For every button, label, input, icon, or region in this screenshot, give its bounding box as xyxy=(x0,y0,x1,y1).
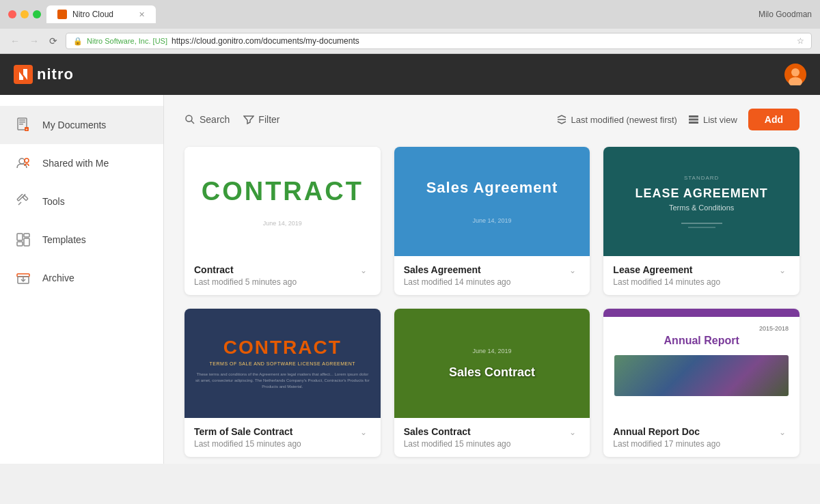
search-label: Search xyxy=(200,114,230,125)
svg-rect-7 xyxy=(19,124,23,125)
svg-point-2 xyxy=(791,68,800,76)
doc-name-term-of-sale: Term of Sale Contract xyxy=(194,426,356,437)
sales2-date-text: June 14, 2019 xyxy=(449,348,535,354)
doc-chevron-lease-agreement[interactable]: ⌄ xyxy=(775,264,790,277)
doc-card-sales-agreement[interactable]: Sales Agreement June 14, 2019 Sales Agre… xyxy=(394,147,590,295)
user-label: Milo Goodman xyxy=(758,10,812,19)
address-bar[interactable]: 🔒 Nitro Software, Inc. [US] https://clou… xyxy=(66,33,812,49)
svg-text:+: + xyxy=(26,127,28,131)
filter-icon xyxy=(243,114,254,125)
app-body: + My Documents Shared with Me xyxy=(0,95,820,464)
sidebar-item-tools[interactable]: Tools xyxy=(0,182,163,221)
sidebar-label-templates: Templates xyxy=(42,234,86,245)
refresh-button[interactable]: ⟳ xyxy=(46,34,60,48)
sales2-title-text: Sales Contract xyxy=(449,365,535,380)
svg-rect-21 xyxy=(689,115,698,117)
bookmark-icon[interactable]: ☆ xyxy=(797,36,804,46)
toolbar: Search Filter xyxy=(184,109,800,130)
svg-rect-13 xyxy=(23,195,28,201)
svg-point-10 xyxy=(19,158,25,164)
company-label: Nitro Software, Inc. [US] xyxy=(87,37,167,45)
contract2-inner: CONTRACT TERMS OF SALE AND SOFTWARE LICE… xyxy=(184,326,381,401)
search-button[interactable]: Search xyxy=(184,111,230,128)
doc-date-lease-agreement: Last modified 14 minutes ago xyxy=(613,277,775,287)
logo: nitro xyxy=(14,65,74,84)
doc-info-term-of-sale: Term of Sale Contract Last modified 15 m… xyxy=(184,418,381,457)
doc-info-sales-contract: Sales Contract Last modified 15 minutes … xyxy=(394,418,590,457)
sales-agreement-title-text: Sales Agreement xyxy=(426,179,558,197)
filter-label: Filter xyxy=(258,114,279,125)
contract2-title-text: CONTRACT xyxy=(195,337,370,359)
doc-date-annual-report: Last modified 17 minutes ago xyxy=(613,439,775,449)
security-icon: 🔒 xyxy=(73,37,83,46)
back-button[interactable]: ← xyxy=(8,34,22,48)
nitro-logo-icon xyxy=(14,65,33,84)
annual-years-text: 2015-2018 xyxy=(614,325,789,332)
svg-rect-6 xyxy=(19,122,25,123)
svg-rect-23 xyxy=(689,122,698,124)
doc-card-contract[interactable]: CONTRACT June 14, 2019 Contract Last mod… xyxy=(184,147,381,295)
maximize-button[interactable] xyxy=(33,10,41,18)
doc-info-contract: Contract Last modified 5 minutes ago ⌄ xyxy=(184,256,381,295)
doc-chevron-sales-agreement[interactable]: ⌄ xyxy=(565,264,580,277)
list-view-icon xyxy=(688,114,699,125)
sort-button[interactable]: Last modified (newest first) xyxy=(556,114,677,125)
doc-name-annual-report: Annual Report Doc xyxy=(613,426,775,437)
minimize-button[interactable] xyxy=(20,10,29,18)
browser-addressbar: ← → ⟳ 🔒 Nitro Software, Inc. [US] https:… xyxy=(0,29,820,53)
doc-card-lease-agreement[interactable]: STANDARD LEASE AGREEMENT Terms & Conditi… xyxy=(603,147,800,295)
sidebar-item-templates[interactable]: Templates xyxy=(0,221,163,259)
svg-rect-16 xyxy=(17,242,23,246)
templates-icon xyxy=(14,230,33,249)
sidebar-label-archive: Archive xyxy=(42,272,74,283)
doc-meta-sales-contract: Sales Contract Last modified 15 minutes … xyxy=(404,426,566,449)
svg-rect-17 xyxy=(24,238,29,246)
doc-chevron-annual-report[interactable]: ⌄ xyxy=(775,426,790,438)
document-icon: + xyxy=(14,115,33,135)
sidebar-label-my-documents: My Documents xyxy=(42,120,106,130)
doc-meta-sales-agreement: Sales Agreement Last modified 14 minutes… xyxy=(404,264,566,287)
toolbar-right: Last modified (newest first) List view A… xyxy=(556,109,800,130)
doc-name-contract: Contract xyxy=(194,264,356,275)
forward-button[interactable]: → xyxy=(27,34,41,48)
sidebar-item-archive[interactable]: Archive xyxy=(0,259,163,297)
doc-chevron-sales-contract[interactable]: ⌄ xyxy=(565,426,580,438)
svg-rect-14 xyxy=(17,234,23,240)
doc-date-contract: Last modified 5 minutes ago xyxy=(194,277,356,287)
doc-thumb-term-of-sale: CONTRACT TERMS OF SALE AND SOFTWARE LICE… xyxy=(184,309,381,418)
doc-card-term-of-sale[interactable]: CONTRACT TERMS OF SALE AND SOFTWARE LICE… xyxy=(184,309,381,457)
sort-icon xyxy=(556,114,567,125)
doc-meta-annual-report: Annual Report Doc Last modified 17 minut… xyxy=(613,426,775,449)
close-button[interactable] xyxy=(8,10,16,18)
user-avatar[interactable] xyxy=(784,64,806,85)
sidebar-item-shared-with-me[interactable]: Shared with Me xyxy=(0,144,163,182)
archive-icon xyxy=(14,268,33,288)
doc-card-sales-contract[interactable]: June 14, 2019 Sales Contract Sales Contr… xyxy=(394,309,590,457)
list-view-button[interactable]: List view xyxy=(688,114,737,125)
tools-icon xyxy=(14,192,33,211)
main-content: Search Filter xyxy=(164,95,820,464)
svg-rect-12 xyxy=(17,194,25,201)
add-button[interactable]: Add xyxy=(748,109,800,130)
logo-text: nitro xyxy=(37,66,74,83)
sidebar: + My Documents Shared with Me xyxy=(0,95,164,464)
doc-thumb-contract: CONTRACT June 14, 2019 xyxy=(184,147,381,256)
doc-meta-term-of-sale: Term of Sale Contract Last modified 15 m… xyxy=(194,426,356,449)
browser-tab[interactable]: Nitro Cloud ✕ xyxy=(46,5,156,23)
browser-titlebar: Nitro Cloud ✕ Milo Goodman xyxy=(0,0,820,29)
svg-rect-5 xyxy=(19,120,25,121)
doc-chevron-contract[interactable]: ⌄ xyxy=(356,264,371,277)
address-bar-icons: ☆ xyxy=(797,36,804,46)
svg-rect-22 xyxy=(689,119,698,121)
doc-thumb-sales-contract: June 14, 2019 Sales Contract xyxy=(394,309,590,418)
app: nitro + xyxy=(0,54,820,464)
contract2-subtitle-text: TERMS OF SALE AND SOFTWARE LICENSE AGREE… xyxy=(195,361,370,366)
contract-title-text: CONTRACT xyxy=(202,177,364,206)
tab-close-icon[interactable]: ✕ xyxy=(139,10,145,19)
doc-info-sales-agreement: Sales Agreement Last modified 14 minutes… xyxy=(394,256,590,295)
filter-button[interactable]: Filter xyxy=(243,111,279,128)
doc-card-annual-report[interactable]: 2015-2018 Annual Report Annual Report Do… xyxy=(603,309,800,457)
sidebar-item-my-documents[interactable]: + My Documents xyxy=(0,106,163,144)
doc-chevron-term-of-sale[interactable]: ⌄ xyxy=(356,426,371,438)
doc-info-lease-agreement: Lease Agreement Last modified 14 minutes… xyxy=(603,256,800,295)
